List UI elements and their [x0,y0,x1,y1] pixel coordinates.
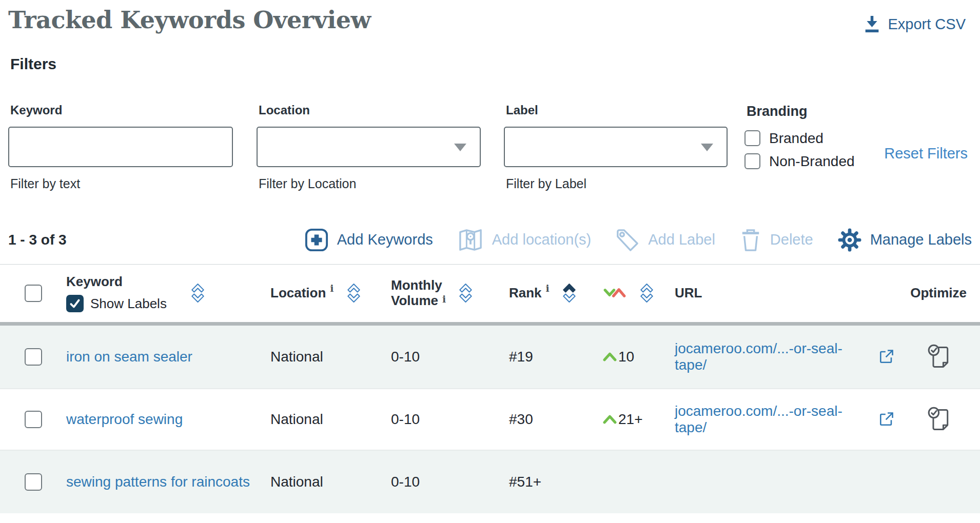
keyword-filter-input[interactable] [8,127,233,167]
optimize-icon [927,406,952,433]
results-count: 1 - 3 of 3 [8,232,67,248]
info-icon[interactable]: i [442,294,446,304]
check-icon [68,297,82,310]
rank-header-label: Rank [509,285,542,301]
location-cell: National [262,411,383,428]
branded-checkbox[interactable] [744,130,760,146]
manage-labels-button[interactable]: Manage Labels [838,228,972,252]
location-header-label: Location [270,285,326,301]
non-branded-checkbox-label: Non-Branded [769,153,855,170]
select-all-checkbox[interactable] [25,285,42,302]
table-row: iron on seam sealer National 0-10 #19 10… [0,326,980,388]
url-cell: jocameroo.com/...-or-seal-tape/ [667,340,894,373]
rank-cell: #30 [501,411,595,428]
sort-icon-keyword[interactable] [190,283,205,304]
download-icon [864,15,880,34]
url-header-label: URL [675,285,702,301]
row-checkbox[interactable] [25,348,42,366]
table-divider-bar [0,322,980,326]
url-link[interactable]: jocameroo.com/...-or-seal-tape/ [675,340,872,373]
optimize-button[interactable] [927,406,952,433]
table-row: waterproof sewing National 0-10 #30 21+ … [0,388,980,451]
reset-filters-link[interactable]: Reset Filters [884,145,968,191]
volume-cell: 0-10 [383,411,501,428]
export-csv-label: Export CSV [888,16,966,33]
table-header-row: Keyword Show Labels [8,265,972,322]
volume-cell: 0-10 [383,349,501,365]
gear-icon [838,228,861,252]
export-csv-button[interactable]: Export CSV [860,14,969,34]
branding-label: Branding [747,103,855,119]
volume-header-line2: Volume [391,293,438,309]
label-filter: Label Filter by Label [504,103,728,191]
sort-icon-rank-change[interactable] [639,283,654,304]
top-bar: Tracked Keywords Overview Export CSV [8,6,972,34]
url-cell: jocameroo.com/...-or-seal-tape/ [667,403,894,436]
rank-change-cell: 21+ [595,411,667,428]
location-filter-hint: Filter by Location [259,176,481,191]
rank-cell: #19 [501,349,595,365]
branded-checkbox-label: Branded [769,130,824,147]
rank-cell: #51+ [501,474,595,490]
show-labels-label: Show Labels [90,296,167,312]
sort-icon-monthly-volume[interactable] [458,283,473,304]
plus-icon [305,228,328,252]
location-cell: National [262,474,383,490]
url-link[interactable]: jocameroo.com/...-or-seal-tape/ [675,403,872,436]
row-checkbox[interactable] [25,473,42,491]
keyword-link[interactable]: waterproof sewing [66,411,183,428]
column-header-monthly-volume: Monthly Volume i [383,278,501,309]
filters-row: Keyword Filter by text Location Filter b… [8,103,972,191]
add-label-button[interactable]: Add Label [616,228,715,252]
keyword-link[interactable]: sewing patterns for raincoats [66,474,250,490]
rank-change-value: 10 [618,349,634,365]
column-header-url: URL [667,285,894,301]
keyword-filter-hint: Filter by text [10,176,233,191]
add-keywords-button[interactable]: Add Keywords [305,228,433,252]
filters-heading: Filters [10,55,972,73]
table-row: sewing patterns for raincoats National 0… [0,451,980,513]
branding-filter: Branding Branded Non-Branded [744,103,855,191]
keyword-filter-label: Keyword [10,103,233,118]
show-labels-checkbox[interactable] [66,295,84,312]
label-filter-hint: Filter by Label [506,176,728,191]
sort-icon-location[interactable] [346,283,361,304]
column-header-rank: Rank i [501,283,595,304]
add-locations-button[interactable]: Add location(s) [458,228,591,252]
table-toolbar: 1 - 3 of 3 Add Keywords [8,223,972,257]
location-filter: Location Filter by Location [257,103,481,191]
volume-cell: 0-10 [383,474,501,490]
location-cell: National [262,349,383,365]
external-link-icon[interactable] [878,349,894,365]
location-filter-select[interactable] [257,127,481,167]
delete-button[interactable]: Delete [740,228,813,252]
map-icon [458,228,483,252]
column-header-optimize: Optimize [894,285,972,301]
volume-header-line1: Monthly [391,278,446,293]
trash-icon [740,228,761,252]
location-filter-label: Location [259,103,481,118]
label-filter-select[interactable] [504,127,728,167]
external-link-icon[interactable] [878,411,894,427]
keyword-filter: Keyword Filter by text [8,103,233,191]
info-icon[interactable]: i [330,284,334,293]
optimize-header-label: Optimize [910,285,967,301]
chevron-down-icon [454,144,466,151]
tag-icon [616,228,639,252]
optimize-button[interactable] [927,343,952,371]
keyword-link[interactable]: iron on seam sealer [66,349,192,365]
column-header-keyword: Keyword Show Labels [58,274,262,312]
non-branded-checkbox[interactable] [744,153,760,169]
chevron-up-icon [603,414,617,424]
delete-label: Delete [770,231,813,248]
rank-change-cell: 10 [595,349,667,365]
rank-change-value: 21+ [618,411,643,428]
label-filter-label: Label [506,103,728,118]
info-icon[interactable]: i [546,284,550,293]
row-checkbox[interactable] [25,411,42,428]
sort-icon-rank[interactable] [562,283,577,304]
chevron-down-icon [701,144,713,151]
column-header-rank-change [595,283,667,304]
tracked-keywords-page: Tracked Keywords Overview Export CSV Fil… [0,0,980,513]
page-title: Tracked Keywords Overview [8,6,371,34]
